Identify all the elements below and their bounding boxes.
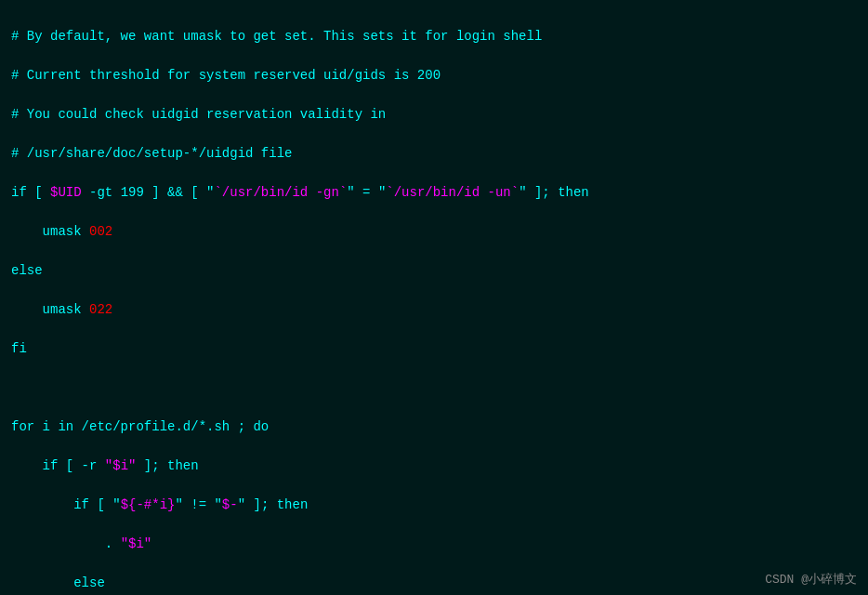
line-10 (11, 378, 857, 398)
line-11: for i in /etc/profile.d/*.sh ; do (11, 417, 857, 437)
line-1: # By default, we want umask to get set. … (11, 27, 857, 46)
line-4: # /usr/share/doc/setup-*/uidgid file (11, 144, 857, 164)
line-15: else (11, 574, 857, 593)
line-5: if [ $UID -gt 199 ] && [ "`/usr/bin/id -… (11, 183, 857, 203)
line-12: if [ -r "$i" ]; then (11, 456, 857, 476)
line-7: else (11, 261, 857, 281)
line-8: umask 022 (11, 300, 857, 320)
line-6: umask 002 (11, 222, 857, 242)
line-14: . "$i" (11, 535, 857, 554)
watermark: CSDN @小碎博文 (765, 571, 857, 588)
terminal: # By default, we want umask to get set. … (0, 0, 868, 595)
line-3: # You could check uidgid reservation val… (11, 105, 857, 125)
line-9: fi (11, 339, 857, 359)
line-2: # Current threshold for system reserved … (11, 66, 857, 86)
line-13: if [ "${-#*i}" != "$-" ]; then (11, 496, 857, 515)
